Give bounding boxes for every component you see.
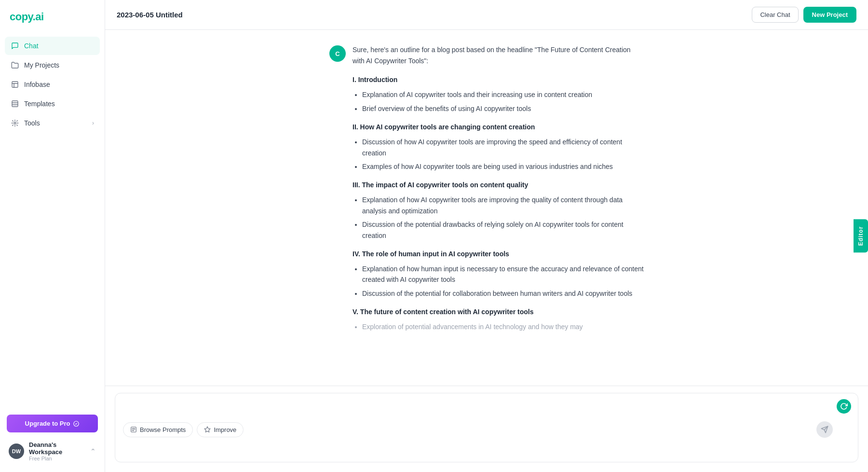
send-icon xyxy=(821,426,828,433)
input-toolbar: Browse Prompts Improve xyxy=(122,421,834,438)
tools-chevron-icon: › xyxy=(92,120,94,126)
list-item: Explanation of how human input is necess… xyxy=(362,264,644,285)
page-title: 2023-06-05 Untitled xyxy=(117,11,183,19)
avatar: DW xyxy=(9,444,24,459)
input-actions: Browse Prompts Improve xyxy=(123,422,244,437)
clear-chat-button[interactable]: Clear Chat xyxy=(752,7,798,23)
header: 2023-06-05 Untitled Clear Chat New Proje… xyxy=(105,0,868,30)
section-heading-1: I. Introduction xyxy=(353,74,644,85)
logo-text: copy xyxy=(10,11,33,23)
improve-icon xyxy=(204,426,211,433)
sidebar-bottom: Upgrade to Pro DW Deanna's Workspace Fre… xyxy=(0,407,105,472)
sidebar-item-tools-label: Tools xyxy=(24,119,40,127)
main-area: 2023-06-05 Untitled Clear Chat New Proje… xyxy=(105,0,868,472)
sidebar-item-chat-label: Chat xyxy=(24,42,39,50)
message-content: Sure, here's an outline for a blog post … xyxy=(353,44,644,335)
improve-button[interactable]: Improve xyxy=(197,422,244,437)
list-item: Discussion of the potential drawbacks of… xyxy=(362,219,644,241)
list-item: Discussion of the potential for collabor… xyxy=(362,288,644,299)
header-actions: Clear Chat New Project xyxy=(752,7,856,23)
section-list-5: Exploration of potential advancements in… xyxy=(353,321,644,332)
workspace-area[interactable]: DW Deanna's Workspace Free Plan ⌃ xyxy=(7,438,98,464)
refresh-icon xyxy=(840,403,848,410)
logo: copy.ai xyxy=(10,11,95,23)
templates-icon xyxy=(11,99,19,108)
input-box: Browse Prompts Improve xyxy=(115,393,858,462)
new-project-button[interactable]: New Project xyxy=(803,7,856,23)
upgrade-label: Upgrade to Pro xyxy=(25,420,70,427)
logo-area: copy.ai xyxy=(0,0,105,33)
sidebar-nav: Chat My Projects Infobase xyxy=(0,33,105,407)
sidebar-item-templates[interactable]: Templates xyxy=(5,95,100,113)
svg-marker-11 xyxy=(205,427,211,432)
list-item: Explanation of AI copywriter tools and t… xyxy=(362,89,644,100)
upgrade-button[interactable]: Upgrade to Pro xyxy=(7,415,98,432)
sidebar-item-templates-label: Templates xyxy=(24,100,55,108)
section-heading-2: II. How AI copywriter tools are changing… xyxy=(353,122,644,133)
sidebar-item-infobase[interactable]: Infobase xyxy=(5,75,100,94)
section-list-1: Explanation of AI copywriter tools and t… xyxy=(353,89,644,114)
sidebar-item-my-projects-label: My Projects xyxy=(24,61,59,69)
chat-input[interactable] xyxy=(122,400,834,416)
ai-message: C Sure, here's an outline for a blog pos… xyxy=(318,44,655,335)
section-list-3: Explanation of how AI copywriter tools a… xyxy=(353,194,644,241)
list-item: Brief overview of the benefits of using … xyxy=(362,103,644,114)
section-list-4: Explanation of how human input is necess… xyxy=(353,264,644,299)
sidebar-item-my-projects[interactable]: My Projects xyxy=(5,56,100,74)
section-heading-4: IV. The role of human input in AI copywr… xyxy=(353,249,644,260)
workspace-name: Deanna's Workspace xyxy=(29,441,85,456)
svg-rect-0 xyxy=(12,82,18,87)
logo-ai: ai xyxy=(35,11,43,23)
sidebar-item-infobase-label: Infobase xyxy=(24,81,50,88)
improve-label: Improve xyxy=(214,426,236,433)
workspace-info: Deanna's Workspace Free Plan xyxy=(29,441,85,461)
editor-tab[interactable]: Editor xyxy=(854,220,868,253)
list-item: Explanation of how AI copywriter tools a… xyxy=(362,194,644,216)
section-heading-5: V. The future of content creation with A… xyxy=(353,306,644,318)
send-button[interactable] xyxy=(816,421,833,438)
folder-icon xyxy=(11,61,19,69)
intro-text: Sure, here's an outline for a blog post … xyxy=(353,44,644,67)
chat-icon xyxy=(11,42,19,50)
browse-prompts-icon xyxy=(130,426,137,433)
sidebar-item-tools[interactable]: Tools › xyxy=(5,114,100,132)
ai-avatar: C xyxy=(329,45,346,62)
input-area: Browse Prompts Improve xyxy=(105,386,868,472)
workspace-plan: Free Plan xyxy=(29,456,85,461)
list-item: Exploration of potential advancements in… xyxy=(362,321,644,332)
sidebar: copy.ai Chat My Projects xyxy=(0,0,105,472)
regenerate-icon[interactable] xyxy=(837,399,851,414)
browse-prompts-button[interactable]: Browse Prompts xyxy=(123,422,193,437)
infobase-icon xyxy=(11,80,19,89)
tools-icon xyxy=(11,119,19,127)
svg-rect-3 xyxy=(12,101,18,107)
list-item: Examples of how AI copywriter tools are … xyxy=(362,161,644,172)
list-item: Discussion of how AI copywriter tools ar… xyxy=(362,137,644,158)
section-list-2: Discussion of how AI copywriter tools ar… xyxy=(353,137,644,172)
sidebar-item-chat[interactable]: Chat xyxy=(5,37,100,55)
browse-prompts-label: Browse Prompts xyxy=(140,426,186,433)
section-heading-3: III. The impact of AI copywriter tools o… xyxy=(353,180,644,191)
svg-point-6 xyxy=(14,122,16,124)
chat-area: C Sure, here's an outline for a blog pos… xyxy=(105,30,868,386)
checkmark-icon xyxy=(73,420,80,427)
workspace-chevron-icon: ⌃ xyxy=(90,447,96,455)
